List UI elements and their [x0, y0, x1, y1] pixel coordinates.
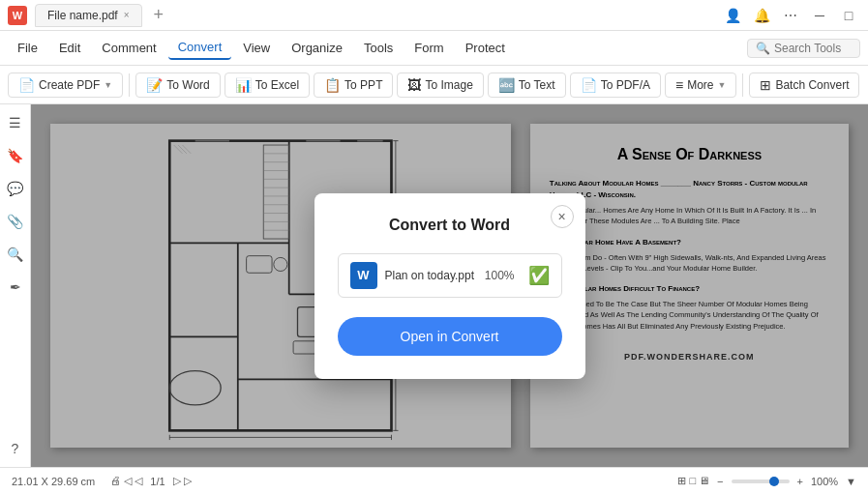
to-pdfa-label: To PDF/A [601, 78, 650, 92]
main-area: ☰ 🔖 💬 📎 🔍 ✒ ? [0, 104, 868, 467]
batch-convert-icon: ⊞ [760, 77, 771, 93]
title-bar-right: 👤 🔔 ⋯ ─ □ [721, 4, 860, 27]
modal-overlay: Convert to Word × W Plan on today.ppt 10… [31, 104, 868, 467]
more-label: More [687, 78, 713, 92]
search-icon: 🔍 [756, 42, 770, 55]
create-pdf-button[interactable]: 📄 Create PDF ▼ [8, 73, 123, 98]
sidebar-icon-comment[interactable]: 💬 [5, 178, 26, 199]
create-pdf-label: Create PDF [39, 78, 100, 92]
search-input[interactable] [774, 42, 852, 55]
sidebar-icon-bookmark[interactable]: 🔖 [5, 145, 26, 166]
toolbar: 📄 Create PDF ▼ 📝 To Word 📊 To Excel 📋 To… [0, 66, 868, 104]
user-icon[interactable]: 👤 [721, 4, 744, 27]
maximize-button[interactable]: □ [837, 4, 860, 27]
to-image-icon: 🖼 [407, 77, 421, 93]
to-ppt-button[interactable]: 📋 To PPT [314, 73, 393, 98]
menu-bar: File Edit Comment Convert View Organize … [0, 31, 868, 66]
zoom-level: 100% [811, 476, 838, 487]
file-name-label: Plan on today.ppt [385, 269, 477, 282]
menu-protect[interactable]: Protect [456, 37, 515, 59]
sidebar: ☰ 🔖 💬 📎 🔍 ✒ ? [0, 104, 31, 467]
to-excel-icon: 📊 [235, 77, 252, 93]
zoom-slider[interactable] [732, 479, 790, 483]
to-pdfa-button[interactable]: 📄 To PDF/A [570, 73, 661, 98]
file-tab[interactable]: File name.pdf × [35, 4, 142, 27]
status-right: ⊞ □ 🖥 − + 100% ▼ [677, 475, 856, 487]
to-excel-button[interactable]: 📊 To Excel [224, 73, 310, 98]
zoom-thumb [769, 477, 779, 486]
toolbar-divider-1 [129, 73, 130, 97]
minimize-button[interactable]: ─ [808, 4, 831, 27]
check-icon: ✅ [528, 265, 550, 286]
new-tab-button[interactable]: + [154, 5, 165, 25]
to-text-icon: 🔤 [498, 77, 515, 93]
open-in-convert-button[interactable]: Open in Convert [338, 317, 562, 356]
more-button[interactable]: ≡ More ▼ [665, 73, 736, 98]
menu-form[interactable]: Form [404, 37, 453, 59]
status-bar: 21.01 X 29.69 cm 🖨 ◁ ◁ 1/1 ▷ ▷ ⊞ □ 🖥 − +… [0, 467, 868, 494]
sidebar-icon-attachment[interactable]: 📎 [5, 211, 26, 232]
menu-convert[interactable]: Convert [168, 36, 232, 60]
batch-convert-label: Batch Convert [775, 78, 849, 92]
progress-percent: 100% [485, 269, 515, 282]
convert-modal: Convert to Word × W Plan on today.ppt 10… [314, 193, 585, 379]
sidebar-icon-help[interactable]: ? [5, 438, 26, 459]
to-ppt-icon: 📋 [324, 77, 341, 93]
view-icons: ⊞ □ 🖥 [677, 475, 709, 487]
menu-view[interactable]: View [233, 37, 280, 59]
modal-close-button[interactable]: × [551, 205, 574, 228]
zoom-out-icon[interactable]: − [717, 476, 723, 487]
more-icon: ≡ [675, 77, 683, 93]
pagination: 1/1 [150, 476, 165, 487]
to-text-button[interactable]: 🔤 To Text [488, 73, 566, 98]
to-word-icon: 📝 [146, 77, 163, 93]
menu-tools[interactable]: Tools [354, 37, 403, 59]
to-image-label: To Image [425, 78, 472, 92]
search-box[interactable]: 🔍 [747, 39, 860, 58]
create-pdf-arrow: ▼ [104, 80, 112, 90]
sidebar-icon-sign[interactable]: ✒ [5, 276, 26, 298]
modal-title: Convert to Word [338, 217, 562, 234]
zoom-in-icon[interactable]: + [797, 476, 803, 487]
title-bar: W File name.pdf × + 👤 🔔 ⋯ ─ □ [0, 0, 868, 31]
to-ppt-label: To PPT [344, 78, 382, 92]
close-tab-button[interactable]: × [124, 10, 130, 20]
more-arrow: ▼ [718, 80, 727, 90]
menu-comment[interactable]: Comment [92, 37, 165, 59]
create-pdf-icon: 📄 [18, 77, 35, 93]
status-icons: 🖨 ◁ ◁ [110, 475, 142, 487]
batch-convert-button[interactable]: ⊞ Batch Convert [749, 73, 859, 98]
to-word-button[interactable]: 📝 To Word [135, 73, 220, 98]
title-bar-left: W File name.pdf × + [8, 4, 164, 27]
nav-icons: ▷ ▷ [173, 475, 192, 487]
to-image-button[interactable]: 🖼 To Image [397, 73, 483, 98]
page-dimensions: 21.01 X 29.69 cm [12, 476, 95, 487]
app-icon: W [8, 6, 27, 25]
zoom-arrow[interactable]: ▼ [846, 476, 856, 487]
to-excel-label: To Excel [255, 78, 299, 92]
content-area: A Sense Of Darkness Talking About Modula… [31, 104, 868, 467]
sidebar-icon-search[interactable]: 🔍 [5, 244, 26, 265]
to-word-label: To Word [166, 78, 209, 92]
to-pdfa-icon: 📄 [581, 77, 597, 93]
file-row: W Plan on today.ppt 100% ✅ [338, 253, 562, 298]
to-text-label: To Text [519, 78, 555, 92]
sidebar-icon-menu[interactable]: ☰ [5, 112, 26, 133]
file-name: File name.pdf [47, 9, 118, 22]
menu-file[interactable]: File [8, 37, 47, 59]
word-icon: W [350, 262, 377, 289]
menu-edit[interactable]: Edit [49, 37, 90, 59]
menu-dots-icon[interactable]: ⋯ [779, 4, 802, 27]
toolbar-divider-2 [742, 73, 743, 97]
notification-icon[interactable]: 🔔 [750, 4, 773, 27]
menu-organize[interactable]: Organize [282, 37, 352, 59]
